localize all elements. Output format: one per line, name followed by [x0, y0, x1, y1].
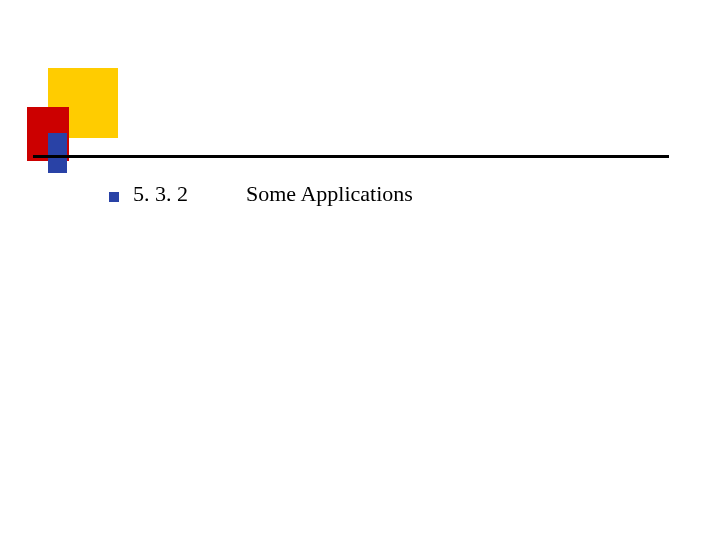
slide: 5. 3. 2 Some Applications: [0, 0, 720, 540]
horizontal-divider: [33, 155, 669, 158]
section-title: Some Applications: [246, 181, 413, 207]
bullet-row: 5. 3. 2 Some Applications: [109, 181, 413, 207]
decorative-rect-blue: [48, 133, 67, 173]
square-bullet-icon: [109, 192, 119, 202]
section-number: 5. 3. 2: [133, 181, 188, 207]
